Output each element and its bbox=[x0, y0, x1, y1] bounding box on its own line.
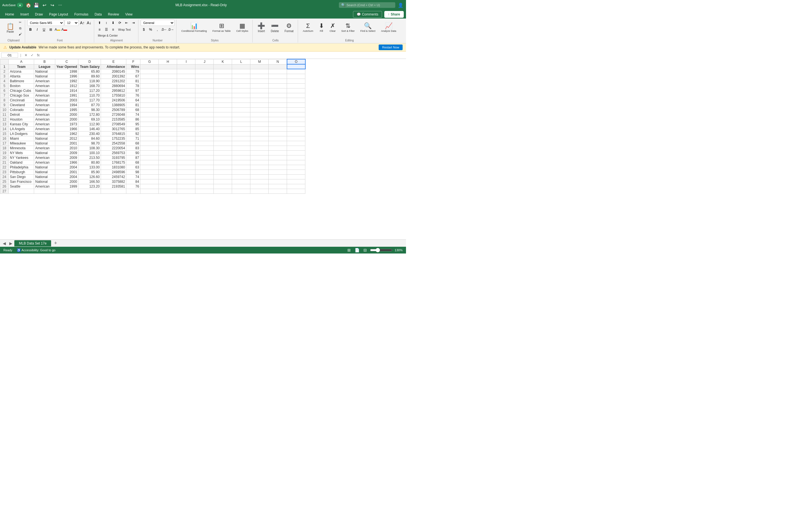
cell-C17[interactable]: 2001 bbox=[55, 141, 79, 146]
cell-E5[interactable]: 2880694 bbox=[101, 83, 126, 88]
cell-F24[interactable]: 74 bbox=[126, 174, 140, 179]
menu-draw[interactable]: Draw bbox=[32, 11, 46, 17]
more-icon[interactable]: ··· bbox=[57, 2, 63, 8]
cell-A2[interactable]: Arizona bbox=[9, 69, 34, 74]
cell-G6[interactable] bbox=[140, 88, 159, 93]
cell-N27[interactable] bbox=[269, 189, 287, 193]
cell-L10[interactable] bbox=[232, 107, 250, 112]
cell-A8[interactable]: Cincinnati bbox=[9, 98, 34, 103]
cell-E22[interactable]: 1831080 bbox=[101, 165, 126, 170]
cell-N2[interactable] bbox=[269, 69, 287, 74]
cell-N4[interactable] bbox=[269, 78, 287, 83]
cell-G21[interactable] bbox=[140, 160, 159, 165]
col-header-H[interactable]: H bbox=[159, 59, 177, 64]
cell-E2[interactable]: 2080145 bbox=[101, 69, 126, 74]
menu-home[interactable]: Home bbox=[2, 11, 17, 17]
cell-H3[interactable] bbox=[159, 74, 177, 78]
cell-B3[interactable]: National bbox=[34, 74, 55, 78]
cell-E15[interactable]: 3764815 bbox=[101, 131, 126, 136]
cell-H13[interactable] bbox=[159, 122, 177, 126]
cell-M12[interactable] bbox=[250, 117, 269, 122]
cell-H6[interactable] bbox=[159, 88, 177, 93]
cell-B14[interactable]: American bbox=[34, 126, 55, 131]
cell-J2[interactable] bbox=[195, 69, 214, 74]
cell-L27[interactable] bbox=[232, 189, 250, 193]
font-size-select[interactable]: 12 bbox=[64, 20, 79, 26]
cell-H26[interactable] bbox=[159, 184, 177, 189]
cell-K23[interactable] bbox=[214, 170, 232, 174]
menu-formulas[interactable]: Formulas bbox=[71, 11, 91, 17]
cell-G3[interactable] bbox=[140, 74, 159, 78]
cell-I17[interactable] bbox=[177, 141, 195, 146]
cell-K11[interactable] bbox=[214, 112, 232, 117]
cell-D16[interactable]: 84.60 bbox=[79, 136, 101, 141]
font-color-button[interactable]: A▬ bbox=[61, 26, 67, 33]
cell-D24[interactable]: 126.60 bbox=[79, 174, 101, 179]
cell-D18[interactable]: 108.30 bbox=[79, 146, 101, 151]
cell-O23[interactable] bbox=[287, 170, 305, 174]
cell-N3[interactable] bbox=[269, 74, 287, 78]
col-header-K[interactable]: K bbox=[214, 59, 232, 64]
insert-button[interactable]: ➕ Insert bbox=[255, 20, 267, 36]
cut-button[interactable]: ✂ bbox=[17, 20, 23, 25]
cell-E4[interactable]: 2281202 bbox=[101, 78, 126, 83]
cell-K24[interactable] bbox=[214, 174, 232, 179]
cell-D23[interactable]: 85.90 bbox=[79, 170, 101, 174]
cell-L14[interactable] bbox=[232, 126, 250, 131]
cell-K10[interactable] bbox=[214, 107, 232, 112]
cell-A4[interactable]: Baltimore bbox=[9, 78, 34, 83]
cell-J8[interactable] bbox=[195, 98, 214, 103]
cell-D26[interactable]: 123.20 bbox=[79, 184, 101, 189]
cell-I26[interactable] bbox=[177, 184, 195, 189]
cell-D8[interactable]: 117.70 bbox=[79, 98, 101, 103]
cell-I11[interactable] bbox=[177, 112, 195, 117]
cell-F19[interactable]: 90 bbox=[126, 151, 140, 155]
cell-C19[interactable]: 2009 bbox=[55, 151, 79, 155]
cell-A23[interactable]: Pittsburgh bbox=[9, 170, 34, 174]
cell-C21[interactable]: 1966 bbox=[55, 160, 79, 165]
cell-C1[interactable]: Year Opened bbox=[55, 64, 79, 69]
sum-button[interactable]: Σ AutoSum bbox=[300, 20, 316, 36]
cell-M19[interactable] bbox=[250, 151, 269, 155]
cell-reference-input[interactable] bbox=[1, 53, 18, 58]
cell-C27[interactable] bbox=[55, 189, 79, 193]
col-header-F[interactable]: F bbox=[126, 59, 140, 64]
confirm-formula-button[interactable]: ✓ bbox=[30, 53, 35, 57]
cell-L25[interactable] bbox=[232, 179, 250, 184]
cell-B19[interactable]: National bbox=[34, 151, 55, 155]
cell-G23[interactable] bbox=[140, 170, 159, 174]
cell-B23[interactable]: National bbox=[34, 170, 55, 174]
cell-F6[interactable]: 97 bbox=[126, 88, 140, 93]
sort-filter-button[interactable]: ⇅ Sort & Filter bbox=[339, 20, 357, 36]
col-header-B[interactable]: B bbox=[34, 59, 55, 64]
col-header-I[interactable]: I bbox=[177, 59, 195, 64]
cell-N11[interactable] bbox=[269, 112, 287, 117]
cell-I19[interactable] bbox=[177, 151, 195, 155]
cell-O18[interactable] bbox=[287, 146, 305, 151]
cell-F17[interactable]: 68 bbox=[126, 141, 140, 146]
cell-O5[interactable] bbox=[287, 83, 305, 88]
cell-L2[interactable] bbox=[232, 69, 250, 74]
cell-M10[interactable] bbox=[250, 107, 269, 112]
cell-H4[interactable] bbox=[159, 78, 177, 83]
cell-M22[interactable] bbox=[250, 165, 269, 170]
cell-B6[interactable]: National bbox=[34, 88, 55, 93]
cell-M14[interactable] bbox=[250, 126, 269, 131]
cell-C12[interactable]: 2000 bbox=[55, 117, 79, 122]
col-header-L[interactable]: L bbox=[232, 59, 250, 64]
col-header-G[interactable]: G bbox=[140, 59, 159, 64]
cell-B4[interactable]: American bbox=[34, 78, 55, 83]
cell-A25[interactable]: San Francisco bbox=[9, 179, 34, 184]
cell-A26[interactable]: Seattle bbox=[9, 184, 34, 189]
cell-A21[interactable]: Oakland bbox=[9, 160, 34, 165]
cell-I20[interactable] bbox=[177, 155, 195, 160]
cell-K20[interactable] bbox=[214, 155, 232, 160]
redo-icon[interactable]: ↪ bbox=[49, 2, 55, 8]
cell-D14[interactable]: 146.40 bbox=[79, 126, 101, 131]
comments-button[interactable]: 💬 Comments bbox=[353, 11, 382, 18]
format-painter-button[interactable]: 🖌 bbox=[17, 32, 23, 37]
cell-B21[interactable]: American bbox=[34, 160, 55, 165]
cell-N15[interactable] bbox=[269, 131, 287, 136]
cell-C25[interactable]: 2000 bbox=[55, 179, 79, 184]
cell-D4[interactable]: 118.90 bbox=[79, 78, 101, 83]
